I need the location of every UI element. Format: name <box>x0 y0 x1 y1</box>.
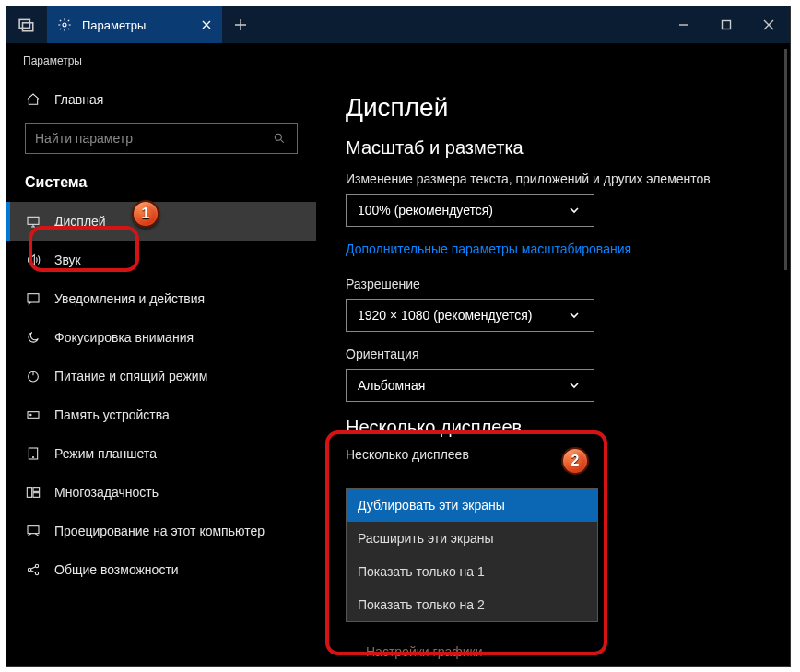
sidebar-item-label: Режим планшета <box>54 446 157 461</box>
sidebar-item-tablet[interactable]: Режим планшета <box>6 434 316 473</box>
sidebar-item-label: Фокусировка внимания <box>54 330 194 345</box>
sidebar: Главная Найти параметр Система Дисплей З… <box>6 73 316 666</box>
svg-rect-15 <box>28 526 39 534</box>
scale-heading: Масштаб и разметка <box>346 137 760 159</box>
tab-settings[interactable]: Параметры <box>47 6 222 43</box>
svg-rect-12 <box>27 488 31 498</box>
home-icon <box>25 91 41 108</box>
search-icon <box>271 130 288 147</box>
svg-rect-3 <box>723 21 731 29</box>
dropdown-option-only2[interactable]: Показать только на 2 <box>347 588 597 621</box>
svg-point-4 <box>275 134 281 140</box>
scale-dropdown[interactable]: 100% (рекомендуется) <box>346 194 594 227</box>
svg-rect-0 <box>19 19 29 28</box>
svg-point-2 <box>63 23 66 27</box>
body: Главная Найти параметр Система Дисплей З… <box>6 73 790 666</box>
project-icon <box>25 523 41 539</box>
orientation-value: Альбомная <box>358 378 425 393</box>
annotation-badge-1: 1 <box>132 200 159 228</box>
main-content: Дисплей Масштаб и разметка Изменение раз… <box>316 73 790 666</box>
svg-rect-6 <box>28 294 39 302</box>
multitask-icon <box>25 484 41 501</box>
tab-label: Параметры <box>82 18 191 32</box>
window: Параметры Параметры Главная <box>6 6 791 667</box>
close-tab-icon[interactable] <box>200 18 213 31</box>
sidebar-item-projecting[interactable]: Проецирование на этот компьютер <box>6 512 316 550</box>
sidebar-item-label: Звук <box>54 253 81 267</box>
sidebar-item-label: Проецирование на этот компьютер <box>54 524 265 538</box>
orientation-dropdown[interactable]: Альбомная <box>346 369 594 402</box>
sidebar-item-shared[interactable]: Общие возможности <box>6 550 316 589</box>
multiple-displays-label: Несколько дисплеев <box>346 447 760 462</box>
maximize-button[interactable] <box>705 6 747 43</box>
search-input[interactable]: Найти параметр <box>25 123 298 154</box>
dropdown-option-only1[interactable]: Показать только на 1 <box>347 555 597 588</box>
dropdown-option-extend[interactable]: Расширить эти экраны <box>347 522 597 555</box>
power-icon <box>25 368 41 384</box>
new-tab-button[interactable] <box>222 6 259 43</box>
sidebar-item-label: Дисплей <box>54 214 106 229</box>
chevron-down-icon <box>566 377 582 394</box>
display-icon <box>25 213 41 230</box>
gear-icon <box>56 17 73 33</box>
sidebar-item-power[interactable]: Питание и спящий режим <box>6 357 316 395</box>
home-label: Главная <box>54 92 103 107</box>
scale-value: 100% (рекомендуется) <box>358 203 493 218</box>
page-title: Дисплей <box>346 93 760 123</box>
sidebar-item-label: Уведомления и действия <box>54 291 205 306</box>
search-placeholder: Найти параметр <box>35 131 271 146</box>
tabbar-spacer <box>259 6 663 43</box>
sidebar-item-notifications[interactable]: Уведомления и действия <box>6 279 316 318</box>
chevron-down-icon <box>566 202 582 218</box>
svg-rect-5 <box>28 217 39 224</box>
resolution-value: 1920 × 1080 (рекомендуется) <box>358 308 532 323</box>
app-title: Параметры <box>6 43 790 73</box>
dropdown-menu-open: Дублировать эти экраны Расширить эти экр… <box>346 488 598 622</box>
advanced-scaling-link[interactable]: Дополнительные параметры масштабирования <box>346 242 760 256</box>
svg-point-9 <box>30 414 31 415</box>
tablet-icon <box>25 445 41 462</box>
sidebar-scrollbar[interactable] <box>784 73 787 270</box>
sidebar-item-storage[interactable]: Память устройства <box>6 395 316 434</box>
multiple-displays-heading: Несколько дисплеев <box>346 417 760 438</box>
sidebar-item-label: Многозадачность <box>54 485 159 500</box>
svg-rect-13 <box>33 488 40 492</box>
svg-point-11 <box>32 456 33 457</box>
annotation-badge-2: 2 <box>561 447 589 475</box>
graphics-settings-link[interactable]: Настройки графики <box>366 644 483 659</box>
notifications-icon <box>25 290 41 307</box>
sound-icon <box>25 252 41 268</box>
sidebar-item-multitask[interactable]: Многозадачность <box>6 473 316 512</box>
minimize-button[interactable] <box>663 6 705 43</box>
chevron-down-icon <box>566 307 582 324</box>
storage-icon <box>25 407 41 423</box>
category-heading: Система <box>6 169 316 202</box>
sidebar-item-display[interactable]: Дисплей <box>6 202 316 241</box>
task-view-button[interactable] <box>6 6 47 43</box>
orientation-label: Ориентация <box>346 347 760 361</box>
sidebar-item-label: Общие возможности <box>54 562 179 577</box>
sidebar-item-label: Питание и спящий режим <box>54 369 207 383</box>
resolution-label: Разрешение <box>346 277 760 291</box>
dropdown-option-duplicate[interactable]: Дублировать эти экраны <box>347 489 597 522</box>
resolution-dropdown[interactable]: 1920 × 1080 (рекомендуется) <box>346 299 594 332</box>
sidebar-item-label: Память устройства <box>54 407 170 422</box>
tab-bar: Параметры <box>6 6 790 43</box>
shared-icon <box>25 561 41 578</box>
home-button[interactable]: Главная <box>6 82 316 117</box>
svg-rect-1 <box>23 23 33 31</box>
svg-rect-14 <box>33 493 40 498</box>
focus-icon <box>25 329 41 346</box>
svg-rect-8 <box>28 412 39 419</box>
sidebar-item-focus[interactable]: Фокусировка внимания <box>6 318 316 357</box>
sidebar-item-sound[interactable]: Звук <box>6 241 316 279</box>
close-window-button[interactable] <box>747 6 790 43</box>
scale-label: Изменение размера текста, приложений и д… <box>346 171 760 186</box>
